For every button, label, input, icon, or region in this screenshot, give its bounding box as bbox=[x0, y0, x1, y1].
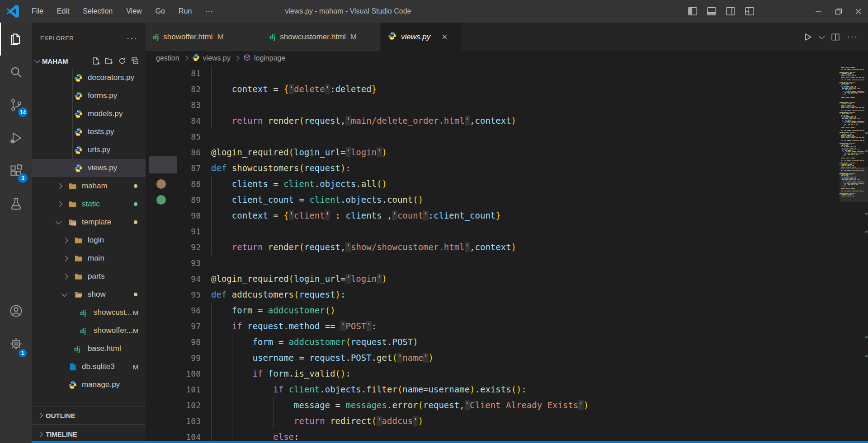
gutter-glyph-margin[interactable] bbox=[146, 334, 181, 350]
line-number[interactable]: 82 bbox=[181, 81, 201, 97]
activity-extensions[interactable]: 3 bbox=[0, 154, 32, 187]
menu-item-edit[interactable]: Edit bbox=[51, 5, 75, 18]
line-number[interactable]: 90 bbox=[181, 208, 201, 224]
line-number[interactable]: 89 bbox=[181, 192, 201, 208]
line-number[interactable]: 85 bbox=[181, 129, 201, 145]
menu-item-go[interactable]: Go bbox=[150, 5, 171, 18]
toggle-primary-sidebar-icon[interactable] bbox=[687, 6, 698, 17]
tree-item-parts[interactable]: parts bbox=[32, 267, 146, 285]
breadcrumb-item-viewspy[interactable]: views.py bbox=[192, 54, 231, 63]
tree-item-formspy[interactable]: forms.py bbox=[32, 87, 146, 105]
tree-item-urlspy[interactable]: urls.py bbox=[32, 141, 146, 159]
activity-source-control[interactable]: 14 bbox=[0, 89, 32, 121]
tree-item-testspy[interactable]: tests.py bbox=[32, 123, 146, 141]
toggle-secondary-sidebar-icon[interactable] bbox=[725, 6, 736, 17]
collapse-all-icon[interactable] bbox=[131, 57, 139, 65]
tree-item-showoffer[interactable]: djshowoffer...M bbox=[32, 322, 146, 340]
menu-item-file[interactable]: File bbox=[26, 5, 49, 18]
line-number[interactable]: 101 bbox=[181, 382, 201, 397]
line-number[interactable]: 96 bbox=[181, 303, 201, 318]
menu-item-selection[interactable]: Selection bbox=[77, 5, 118, 18]
line-number[interactable]: 99 bbox=[181, 350, 201, 366]
panel-header-timeline[interactable]: TIMELINE bbox=[32, 424, 146, 443]
activity-search[interactable] bbox=[0, 56, 32, 89]
customize-layout-icon[interactable] bbox=[744, 6, 755, 17]
gutter-glyph-margin[interactable] bbox=[146, 350, 181, 366]
line-number[interactable]: 88 bbox=[181, 176, 201, 192]
line-number[interactable]: 93 bbox=[181, 255, 201, 271]
gutter-glyph-margin[interactable] bbox=[146, 224, 181, 239]
code-editor[interactable]: 8182 context = {'delete':deleted}8384 re… bbox=[146, 65, 868, 443]
gutter-glyph-margin[interactable] bbox=[146, 397, 181, 413]
breadcrumb-item-loginpage[interactable]: loginpage bbox=[243, 54, 285, 63]
tree-item-template[interactable]: template bbox=[32, 213, 146, 231]
gutter-glyph-margin[interactable] bbox=[146, 382, 181, 397]
gutter-glyph-margin[interactable] bbox=[146, 271, 181, 287]
tree-item-dbsqlite3[interactable]: db.sqlite3M bbox=[32, 358, 146, 376]
menu-item-view[interactable]: View bbox=[120, 5, 147, 18]
line-number[interactable]: 97 bbox=[181, 318, 201, 334]
activity-run-debug[interactable] bbox=[0, 121, 32, 154]
more-actions-icon[interactable]: ··· bbox=[127, 33, 141, 43]
line-number[interactable]: 87 bbox=[181, 160, 201, 176]
tree-item-viewspy[interactable]: views.py bbox=[32, 159, 146, 177]
line-number[interactable]: 95 bbox=[181, 287, 201, 303]
gutter-glyph-margin[interactable] bbox=[146, 97, 181, 113]
line-number[interactable]: 102 bbox=[181, 397, 201, 413]
line-number[interactable]: 91 bbox=[181, 224, 201, 239]
tab-showofferhtml[interactable]: djshowoffer.htmlM bbox=[146, 23, 262, 51]
refresh-icon[interactable] bbox=[118, 57, 126, 65]
gutter-glyph-margin[interactable] bbox=[146, 65, 181, 81]
gutter-glyph-margin[interactable] bbox=[146, 129, 181, 145]
line-number[interactable]: 83 bbox=[181, 97, 201, 113]
line-number[interactable]: 103 bbox=[181, 413, 201, 429]
section-header-maham[interactable]: MAHAM bbox=[32, 53, 146, 69]
tree-item-login[interactable]: login bbox=[32, 231, 146, 249]
tree-item-static[interactable]: static bbox=[32, 195, 146, 213]
tab-showcustomerhtml[interactable]: djshowcustomer.htmlM bbox=[262, 23, 381, 51]
tree-item-maham[interactable]: maham bbox=[32, 177, 146, 195]
tree-item-basehtml[interactable]: djbase.html bbox=[32, 340, 146, 358]
line-number[interactable]: 84 bbox=[181, 113, 201, 129]
line-number[interactable]: 86 bbox=[181, 145, 201, 160]
line-number[interactable]: 92 bbox=[181, 239, 201, 255]
close-icon[interactable] bbox=[439, 32, 449, 42]
run-python-file-button[interactable] bbox=[803, 33, 812, 42]
tab-viewspy[interactable]: views.py bbox=[381, 23, 462, 51]
toggle-panel-icon[interactable] bbox=[706, 6, 717, 17]
gutter-glyph-margin[interactable] bbox=[146, 239, 181, 255]
restore-button[interactable] bbox=[828, 0, 848, 23]
tree-item-show[interactable]: show bbox=[32, 285, 146, 303]
minimize-button[interactable] bbox=[808, 0, 828, 23]
line-number[interactable]: 100 bbox=[181, 366, 201, 382]
line-number[interactable]: 98 bbox=[181, 334, 201, 350]
more-actions-button[interactable]: ··· bbox=[847, 32, 858, 42]
split-editor-button[interactable] bbox=[831, 33, 840, 42]
gutter-glyph-margin[interactable] bbox=[146, 318, 181, 334]
gutter-glyph-margin[interactable] bbox=[146, 208, 181, 224]
activity-settings[interactable]: 1 bbox=[0, 327, 32, 360]
panel-header-outline[interactable]: OUTLINE bbox=[32, 406, 146, 424]
tree-item-decoratorspy[interactable]: decorators.py bbox=[32, 69, 146, 87]
gutter-glyph-margin[interactable] bbox=[146, 81, 181, 97]
gutter-glyph-margin[interactable] bbox=[146, 366, 181, 382]
run-options-button[interactable] bbox=[820, 36, 824, 38]
new-folder-icon[interactable] bbox=[105, 57, 113, 65]
line-number[interactable]: 81 bbox=[181, 65, 201, 81]
line-number[interactable]: 94 bbox=[181, 271, 201, 287]
close-button[interactable] bbox=[848, 0, 868, 23]
gutter-glyph-margin[interactable] bbox=[146, 255, 181, 271]
activity-accounts[interactable] bbox=[0, 294, 32, 327]
gutter-glyph-margin[interactable] bbox=[146, 413, 181, 429]
tree-item-showcust[interactable]: djshowcust...M bbox=[32, 303, 146, 322]
menu-item-run[interactable]: Run bbox=[173, 5, 198, 18]
breadcrumb-item-gestion[interactable]: gestion bbox=[156, 54, 179, 62]
gutter-glyph-margin[interactable] bbox=[146, 113, 181, 129]
tree-item-modelspy[interactable]: models.py bbox=[32, 105, 146, 123]
gutter-glyph-margin[interactable] bbox=[146, 287, 181, 303]
activity-explorer[interactable] bbox=[0, 23, 32, 56]
gutter-glyph-margin[interactable] bbox=[146, 303, 181, 318]
menu-item-[interactable]: ··· bbox=[199, 5, 218, 18]
tree-item-main[interactable]: main bbox=[32, 249, 146, 267]
minimap-slider[interactable] bbox=[840, 167, 868, 202]
